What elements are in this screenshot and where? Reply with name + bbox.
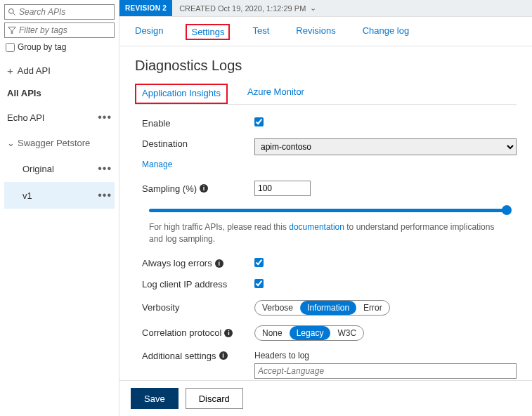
correlation-w3c[interactable]: W3C <box>330 326 363 340</box>
all-apis-link[interactable]: All APIs <box>4 82 115 104</box>
more-icon[interactable]: ••• <box>98 189 112 202</box>
additional-label: Additional settings <box>142 351 216 361</box>
sampling-input[interactable] <box>254 181 311 196</box>
slider-thumb[interactable] <box>502 205 512 215</box>
sidebar: Group by tag + Add API All APIs Echo API… <box>0 0 119 416</box>
verbosity-information[interactable]: Information <box>300 301 356 315</box>
headers-label: Headers to log <box>254 351 517 360</box>
save-button[interactable]: Save <box>131 388 179 409</box>
sidebar-item-echo-api[interactable]: Echo API ••• <box>4 104 115 131</box>
sidebar-item-original[interactable]: Original ••• <box>4 155 115 182</box>
sampling-label: Sampling (%) <box>142 183 197 194</box>
documentation-link[interactable]: documentation <box>289 222 344 232</box>
more-icon[interactable]: ••• <box>98 111 112 124</box>
enable-checkbox[interactable] <box>254 117 264 126</box>
page-title: Diagnostics Logs <box>135 58 517 74</box>
correlation-label: Correlation protocol <box>142 327 221 338</box>
tabs: Design Settings Test Revisions Change lo… <box>119 17 532 46</box>
tab-settings[interactable]: Settings <box>186 24 230 40</box>
manage-link[interactable]: Manage <box>142 160 172 169</box>
log-ip-checkbox[interactable] <box>254 279 264 288</box>
correlation-group: None Legacy W3C <box>254 325 364 341</box>
filter-input[interactable] <box>19 25 111 35</box>
subtab-azure-monitor[interactable]: Azure Monitor <box>242 84 310 104</box>
sampling-slider[interactable] <box>149 206 510 216</box>
search-input-wrap[interactable] <box>4 4 115 20</box>
footer: Save Discard <box>119 380 532 416</box>
chevron-down-icon: ⌄ <box>310 4 316 13</box>
tab-changelog[interactable]: Change log <box>358 24 414 40</box>
info-icon[interactable]: i <box>219 351 228 360</box>
tab-test[interactable]: Test <box>248 24 273 40</box>
tab-revisions[interactable]: Revisions <box>292 24 339 40</box>
verbosity-verbose[interactable]: Verbose <box>255 301 300 315</box>
correlation-legacy[interactable]: Legacy <box>290 326 331 340</box>
subtabs: Application Insights Azure Monitor <box>135 84 517 105</box>
revision-bar: REVISION 2 CREATED Oct 19, 2020, 1:12:29… <box>119 0 532 17</box>
svg-marker-2 <box>8 27 16 34</box>
sidebar-item-v1[interactable]: v1 ••• <box>4 182 115 209</box>
filter-icon <box>8 26 16 34</box>
correlation-none[interactable]: None <box>255 326 290 340</box>
tab-design[interactable]: Design <box>131 24 167 40</box>
main: REVISION 2 CREATED Oct 19, 2020, 1:12:29… <box>119 0 532 416</box>
revision-badge: REVISION 2 <box>119 0 172 16</box>
destination-select[interactable]: apim-contoso <box>254 138 517 155</box>
info-icon[interactable]: i <box>200 184 208 193</box>
enable-label: Enable <box>142 118 254 129</box>
always-log-label: Always log errors <box>142 258 212 268</box>
svg-point-0 <box>9 9 14 14</box>
filter-input-wrap[interactable] <box>4 22 115 38</box>
destination-label: Destination <box>142 138 188 149</box>
group-by-tag-checkbox[interactable]: Group by tag <box>6 42 115 52</box>
info-icon[interactable]: i <box>215 259 223 268</box>
info-icon[interactable]: i <box>224 329 233 337</box>
verbosity-error[interactable]: Error <box>356 301 389 315</box>
verbosity-group: Verbose Information Error <box>254 300 390 316</box>
discard-button[interactable]: Discard <box>186 388 243 409</box>
log-ip-label: Log client IP address <box>142 279 254 290</box>
add-api-link[interactable]: + Add API <box>4 59 115 82</box>
subtab-app-insights[interactable]: Application Insights <box>135 84 228 104</box>
search-icon <box>8 8 16 16</box>
content: Diagnostics Logs Application Insights Az… <box>119 46 532 380</box>
search-input[interactable] <box>19 7 111 17</box>
headers-input[interactable] <box>254 363 517 379</box>
more-icon[interactable]: ••• <box>98 162 112 175</box>
plus-icon: + <box>7 65 13 77</box>
form: Enable Destination apim-contoso Manage <box>135 117 517 380</box>
svg-line-1 <box>13 13 15 15</box>
verbosity-label: Verbosity <box>142 302 254 313</box>
revision-created[interactable]: CREATED Oct 19, 2020, 1:12:29 PM ⌄ <box>172 4 323 13</box>
always-log-checkbox[interactable] <box>254 258 264 267</box>
sidebar-group-swagger[interactable]: ⌄Swagger Petstore <box>4 131 115 155</box>
chevron-down-icon: ⌄ <box>7 138 15 148</box>
sampling-help: For high traffic APIs, please read this … <box>149 221 510 245</box>
